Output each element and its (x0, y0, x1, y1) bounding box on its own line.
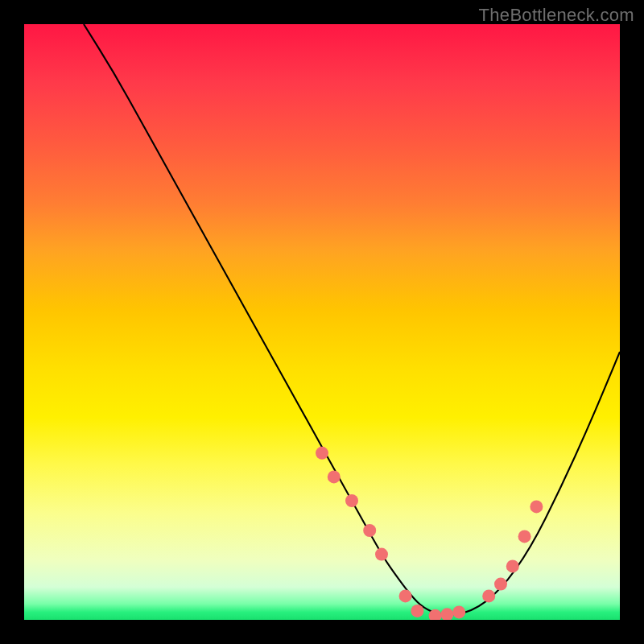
bottleneck-curve (24, 24, 620, 620)
data-dot (363, 524, 376, 537)
data-dot (316, 447, 328, 460)
data-dot (518, 530, 531, 543)
curve-line (84, 24, 620, 614)
data-dot (345, 494, 358, 507)
chart-frame: TheBottleneck.com (0, 0, 644, 644)
watermark-text: TheBottleneck.com (479, 5, 634, 26)
plot-area (24, 24, 620, 620)
data-dot (482, 589, 495, 602)
data-dot (328, 470, 341, 483)
data-dot (506, 559, 519, 572)
data-dot (440, 608, 453, 620)
data-dot (375, 548, 388, 561)
data-dot (494, 578, 507, 591)
data-dots (316, 447, 543, 620)
data-dot (530, 500, 543, 513)
data-dot (399, 589, 412, 602)
data-dot (411, 605, 423, 617)
data-dot (452, 605, 465, 618)
